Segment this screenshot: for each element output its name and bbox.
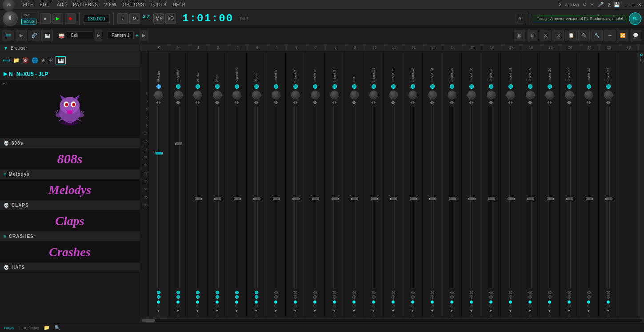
lt-piano-small[interactable]: 🎹 — [56, 56, 66, 64]
pan-22[interactable] — [606, 101, 611, 104]
send-dot-2[interactable] — [216, 291, 219, 294]
arrow-down-12[interactable]: ▼ — [411, 308, 415, 313]
bottom-dot-9[interactable] — [352, 300, 356, 304]
bottom-dot2-6[interactable] — [294, 304, 297, 308]
eq-dot-8[interactable] — [332, 84, 337, 89]
toolbar-icon-maximize[interactable]: □ — [632, 2, 634, 7]
send-dot-21[interactable] — [587, 291, 591, 294]
pan-master[interactable] — [156, 101, 161, 104]
mixer-icon-7[interactable]: 🔧 — [591, 30, 603, 41]
eq-dot-12[interactable] — [411, 84, 415, 89]
drum-icon[interactable]: 🥁 — [58, 32, 65, 39]
bottom-dot-7[interactable] — [313, 300, 316, 304]
pan-6[interactable] — [293, 101, 298, 104]
link-icon[interactable]: 🔗 — [28, 30, 40, 41]
menu-view[interactable]: VIEW — [104, 2, 116, 7]
send-dot2-0[interactable] — [176, 295, 180, 299]
menu-patterns[interactable]: PATTERNS — [73, 2, 98, 7]
knob-7[interactable] — [311, 91, 320, 99]
bottom-dot-1[interactable] — [196, 300, 199, 304]
send-dot2-3[interactable] — [235, 295, 239, 299]
send-dot2-10[interactable] — [372, 295, 376, 299]
search-icon[interactable]: 🔍 — [54, 325, 60, 331]
send-dot-11[interactable] — [392, 291, 395, 294]
pan-0[interactable] — [176, 101, 180, 104]
eq-dot-5[interactable] — [274, 84, 278, 89]
knob-6[interactable] — [291, 91, 300, 99]
bottom-dot2-master[interactable] — [157, 304, 160, 308]
bottom-dot2-5[interactable] — [274, 304, 277, 308]
knob-9[interactable] — [350, 91, 359, 99]
bottom-dot-5[interactable] — [274, 300, 277, 304]
send-dot-18[interactable] — [528, 291, 532, 294]
channel-rack-icon[interactable]: ≡≡ — [3, 30, 14, 41]
bottom-dot-12[interactable] — [411, 300, 414, 304]
menu-edit[interactable]: EDIT — [40, 2, 51, 7]
bottom-dot2-1[interactable] — [196, 304, 199, 308]
bottom-dot-10[interactable] — [372, 300, 375, 304]
pan-19[interactable] — [547, 101, 552, 104]
bottom-dot2-16[interactable] — [489, 304, 492, 308]
knob-10[interactable] — [369, 91, 378, 99]
tags-label[interactable]: TAGS — [4, 326, 14, 330]
play-button[interactable]: ▶ — [52, 13, 63, 24]
send-dot2-20[interactable] — [568, 295, 571, 299]
toolbar-icon-refresh[interactable]: ↺ — [583, 2, 587, 8]
io-icon[interactable]: I/O — [165, 13, 176, 24]
fader-handle-9[interactable] — [351, 198, 358, 200]
toolbar-icon-save[interactable]: 💾 — [614, 2, 620, 8]
fader-handle-20[interactable] — [566, 198, 573, 200]
bottom-dot-8[interactable] — [333, 300, 336, 304]
fader-handle-12[interactable] — [410, 198, 417, 200]
fader-handle-16[interactable] — [488, 198, 495, 200]
send-dot2-17[interactable] — [509, 295, 512, 299]
pan-17[interactable] — [508, 101, 513, 104]
pan-10[interactable] — [371, 101, 376, 104]
send-dot-0[interactable] — [176, 291, 180, 294]
toolbar-icon-question[interactable]: ? — [608, 2, 610, 8]
pan-16[interactable] — [488, 101, 493, 104]
bottom-dot2-12[interactable] — [411, 304, 414, 308]
arrow-down-5[interactable]: ▼ — [274, 308, 278, 313]
arrow-down-21[interactable]: ▼ — [587, 308, 591, 313]
eq-dot-18[interactable] — [528, 84, 532, 89]
knob-5[interactable] — [272, 91, 280, 99]
pan-7[interactable] — [312, 101, 317, 104]
send-dot-4[interactable] — [255, 291, 258, 294]
eq-dot-3[interactable] — [235, 84, 239, 89]
pattern-arrow[interactable]: ▶ — [140, 30, 148, 41]
pan-8[interactable] — [332, 101, 337, 104]
bottom-dot-master[interactable] — [157, 300, 160, 304]
knob-17[interactable] — [506, 91, 515, 99]
scroll-thumb[interactable] — [142, 319, 155, 322]
send-dot2-5[interactable] — [274, 295, 278, 299]
pan-13[interactable] — [430, 101, 435, 104]
send-dot-14[interactable] — [450, 291, 454, 294]
bottom-dot-18[interactable] — [528, 300, 532, 304]
menu-help[interactable]: HELP — [173, 2, 185, 7]
toolbar-icon-minimize[interactable]: — — [624, 2, 628, 7]
fader-handle-6[interactable] — [292, 198, 300, 200]
send-dot2-21[interactable] — [587, 295, 591, 299]
main-knob[interactable] — [3, 11, 18, 26]
pan-18[interactable] — [528, 101, 532, 104]
send-dot-17[interactable] — [509, 291, 512, 294]
lt-add[interactable]: 📁 — [13, 57, 20, 63]
knob-22[interactable] — [604, 91, 613, 99]
send-dot-6[interactable] — [294, 291, 297, 294]
edge-btn-2[interactable]: E — [640, 58, 642, 62]
pan-9[interactable] — [352, 101, 356, 104]
send-dot2-13[interactable] — [431, 295, 434, 299]
eq-dot-22[interactable] — [606, 84, 611, 89]
lt-mute[interactable]: 🔇 — [22, 57, 29, 63]
fader-handle-7[interactable] — [312, 198, 319, 200]
arrow-down-15[interactable]: ▼ — [469, 308, 473, 313]
fader-handle-3[interactable] — [234, 198, 241, 200]
send-dot-7[interactable] — [313, 291, 317, 294]
bottom-dot-13[interactable] — [431, 300, 434, 304]
send-dot2-12[interactable] — [411, 295, 415, 299]
fader-handle-18[interactable] — [527, 198, 534, 200]
eq-dot-17[interactable] — [508, 84, 513, 89]
arrow-down-3[interactable]: ▼ — [235, 308, 239, 313]
send-dot-9[interactable] — [352, 291, 356, 294]
